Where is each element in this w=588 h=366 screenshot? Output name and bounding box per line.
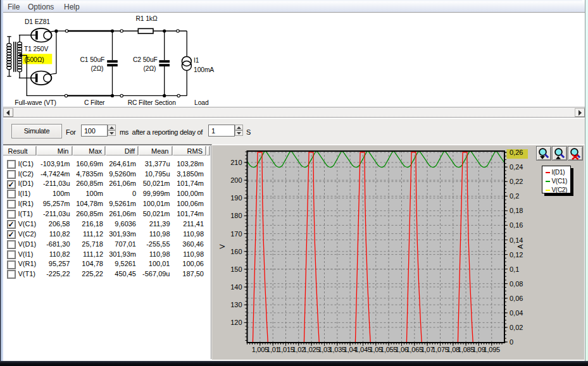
svg-text:D1 EZ81: D1 EZ81 — [25, 18, 50, 25]
svg-text:0,22: 0,22 — [510, 178, 523, 185]
svg-text:130: 130 — [230, 301, 242, 308]
svg-text:I1: I1 — [194, 57, 199, 64]
svg-text:0,08: 0,08 — [510, 280, 523, 288]
svg-text:1,025: 1,025 — [303, 346, 320, 353]
svg-text:Full-wave (VT): Full-wave (VT) — [15, 99, 56, 106]
svg-text:RC Filter Section: RC Filter Section — [128, 99, 176, 106]
svg-text:190: 190 — [230, 194, 242, 202]
svg-text:180: 180 — [230, 212, 242, 219]
svg-text:0,18: 0,18 — [510, 207, 523, 214]
svg-text:200: 200 — [230, 176, 242, 184]
svg-text:(500Ω): (500Ω) — [25, 56, 44, 63]
svg-text:100mA: 100mA — [194, 66, 214, 73]
svg-text:1,095: 1,095 — [484, 346, 500, 353]
svg-text:140: 140 — [230, 283, 242, 291]
svg-text:0,12: 0,12 — [510, 251, 523, 259]
svg-text:0,06: 0,06 — [510, 295, 523, 302]
svg-text:150: 150 — [230, 265, 242, 273]
svg-text:(2Ω): (2Ω) — [144, 65, 156, 72]
svg-text:R1 1kΩ: R1 1kΩ — [136, 15, 158, 22]
svg-text:0,1: 0,1 — [510, 265, 519, 273]
svg-text:T1 250V: T1 250V — [24, 46, 48, 52]
svg-text:120: 120 — [230, 319, 242, 326]
svg-text:210: 210 — [230, 159, 242, 166]
svg-text:0,04: 0,04 — [510, 309, 523, 317]
svg-text:0,14: 0,14 — [510, 236, 523, 244]
svg-text:C2 50uF: C2 50uF — [133, 56, 158, 63]
svg-text:0,2: 0,2 — [510, 192, 519, 200]
svg-text:1,005: 1,005 — [252, 346, 268, 353]
svg-text:0,26: 0,26 — [510, 149, 523, 156]
svg-text:0,02: 0,02 — [510, 324, 523, 331]
svg-text:170: 170 — [230, 230, 242, 238]
svg-text:C1 50uF: C1 50uF — [80, 56, 105, 63]
svg-text:0,16: 0,16 — [510, 221, 523, 229]
svg-text:0,24: 0,24 — [510, 163, 523, 171]
svg-text:Load: Load — [194, 99, 209, 106]
svg-text:0: 0 — [510, 338, 513, 346]
svg-text:(2Ω): (2Ω) — [91, 65, 104, 72]
svg-text:1,055: 1,055 — [380, 346, 397, 353]
svg-text:A: A — [516, 244, 524, 249]
svg-text:160: 160 — [230, 248, 242, 255]
svg-text:C Filter: C Filter — [84, 99, 105, 106]
svg-text:V: V — [218, 244, 226, 249]
